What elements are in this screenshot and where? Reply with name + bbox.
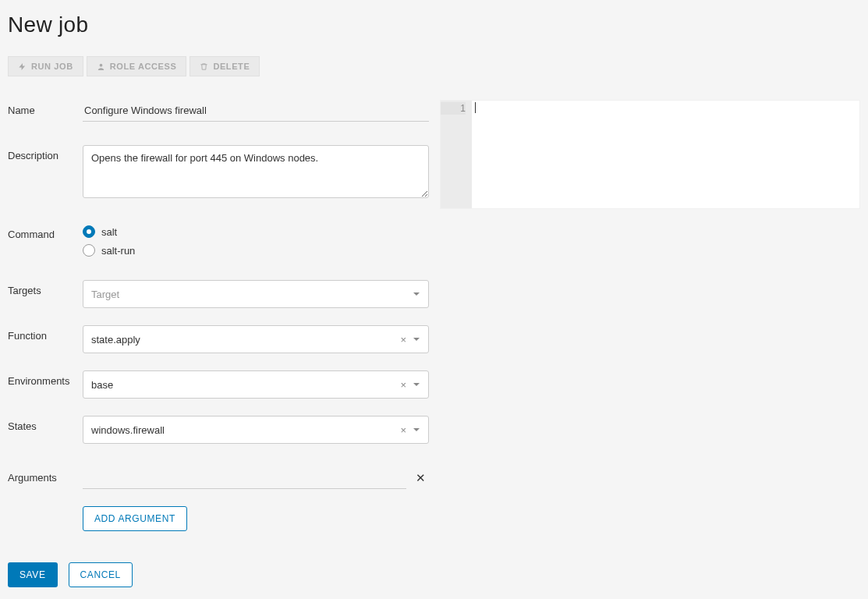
svg-point-0 — [99, 63, 102, 66]
code-editor[interactable]: 1 — [440, 100, 860, 209]
name-input[interactable] — [83, 100, 429, 122]
clear-icon[interactable]: × — [395, 379, 411, 391]
targets-select[interactable]: Target — [83, 280, 429, 308]
delete-button[interactable]: DELETE — [190, 56, 260, 76]
add-argument-button[interactable]: ADD ARGUMENT — [83, 506, 187, 531]
function-label: Function — [8, 325, 83, 342]
command-radio-salt-label: salt — [101, 226, 117, 238]
arguments-label: Arguments — [8, 467, 83, 484]
function-select[interactable]: state.apply × — [83, 325, 429, 353]
description-label: Description — [8, 145, 83, 161]
radio-icon — [83, 225, 95, 238]
editor-gutter: 1 — [441, 101, 472, 208]
run-job-label: RUN JOB — [31, 62, 73, 71]
command-radio-salt-run[interactable]: salt-run — [83, 244, 429, 257]
radio-icon — [83, 244, 95, 257]
function-value: state.apply — [91, 334, 395, 346]
run-job-button[interactable]: RUN JOB — [8, 56, 83, 76]
clear-icon[interactable]: × — [395, 424, 411, 436]
save-button[interactable]: SAVE — [8, 562, 58, 587]
command-label: Command — [8, 224, 83, 240]
states-label: States — [8, 416, 83, 432]
targets-label: Targets — [8, 280, 83, 296]
editor-body[interactable] — [472, 101, 859, 208]
trash-icon — [200, 62, 208, 71]
states-value: windows.firewall — [91, 424, 395, 436]
role-access-label: ROLE ACCESS — [110, 62, 177, 71]
cancel-button[interactable]: CANCEL — [69, 562, 133, 587]
delete-label: DELETE — [213, 62, 250, 71]
command-radio-salt-run-label: salt-run — [101, 245, 135, 257]
cursor-icon — [475, 102, 476, 113]
remove-argument-icon[interactable]: ✕ — [413, 471, 429, 485]
lightning-icon — [18, 62, 27, 71]
description-textarea[interactable]: Opens the firewall for port 445 on Windo… — [83, 145, 429, 198]
targets-placeholder: Target — [91, 289, 411, 300]
form-column: Name Description Opens the firewall for … — [8, 100, 429, 587]
argument-input[interactable] — [83, 467, 406, 489]
clear-icon[interactable]: × — [395, 334, 411, 346]
chevron-down-icon — [411, 289, 422, 300]
chevron-down-icon — [411, 334, 422, 346]
environments-label: Environments — [8, 370, 83, 387]
states-select[interactable]: windows.firewall × — [83, 416, 429, 444]
environments-value: base — [91, 379, 395, 391]
line-number: 1 — [441, 102, 466, 115]
name-label: Name — [8, 100, 83, 116]
toolbar: RUN JOB ROLE ACCESS DELETE — [8, 56, 860, 76]
environments-select[interactable]: base × — [83, 370, 429, 399]
role-access-button[interactable]: ROLE ACCESS — [87, 56, 187, 76]
users-icon — [97, 62, 105, 71]
chevron-down-icon — [411, 379, 422, 391]
chevron-down-icon — [411, 424, 422, 436]
command-radio-salt[interactable]: salt — [83, 225, 429, 238]
page-title: New job — [8, 12, 860, 37]
